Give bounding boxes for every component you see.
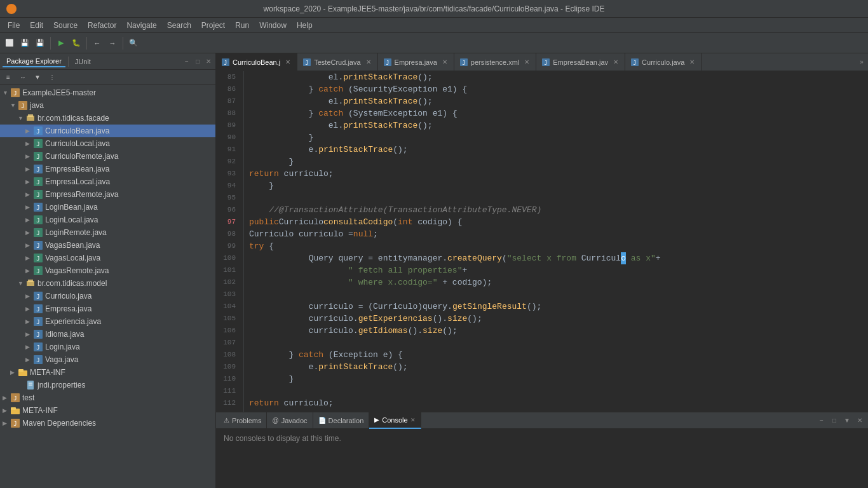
menu-item-refactor[interactable]: Refactor bbox=[83, 20, 121, 31]
interface-icon: J bbox=[33, 227, 43, 238]
toolbar-forward-btn[interactable]: → bbox=[105, 36, 119, 50]
tree-item[interactable]: ▼Jjava bbox=[0, 99, 215, 112]
tab-overflow-btn[interactable]: » bbox=[855, 53, 868, 71]
tree-item[interactable]: ▶META-INF bbox=[0, 404, 215, 417]
tab-close-curriculo-java[interactable]: ✕ bbox=[688, 58, 696, 66]
sidebar-filter-btn[interactable]: ▼ bbox=[31, 71, 44, 85]
toolbar-run-btn[interactable]: ▶ bbox=[54, 36, 68, 50]
tree-item-label: jndi.properties bbox=[37, 381, 85, 390]
toolbar-save-btn[interactable]: 💾 bbox=[18, 36, 32, 50]
code-line: } catch (SecurityException e1) { bbox=[249, 83, 863, 95]
line-number: 90 bbox=[221, 132, 238, 144]
bottom-close-btn[interactable]: ✕ bbox=[854, 415, 865, 426]
tree-item[interactable]: jndi.properties bbox=[0, 379, 215, 391]
tree-item[interactable]: ▼JExampleJEE5-master bbox=[0, 86, 215, 99]
sidebar-menu-btn[interactable]: ⋮ bbox=[45, 71, 59, 85]
tree-item[interactable]: ▶JLoginRemote.java bbox=[0, 226, 215, 239]
console-close-btn[interactable]: ✕ bbox=[410, 417, 416, 423]
tab-close-persistence-xml[interactable]: ✕ bbox=[523, 58, 531, 66]
bottom-menu-btn[interactable]: ▼ bbox=[841, 415, 853, 426]
tree-item-label: Empresa.java bbox=[45, 304, 92, 313]
tab-close-empresa-bean[interactable]: ✕ bbox=[612, 58, 620, 66]
tree-arrow: ▶ bbox=[25, 306, 33, 312]
sidebar-link-editor-btn[interactable]: ↔ bbox=[16, 71, 30, 85]
tree-item[interactable]: ▶JMaven Dependencies bbox=[0, 417, 215, 430]
tree-item[interactable]: ▶JVaga.java bbox=[0, 353, 215, 366]
svg-text:J: J bbox=[36, 306, 39, 313]
bottom-minimize-btn[interactable]: − bbox=[816, 415, 827, 426]
tree-item[interactable]: ▶JEmpresa.java bbox=[0, 302, 215, 315]
line-number: 108 bbox=[221, 349, 238, 361]
sidebar-tab-junit[interactable]: JUnit bbox=[71, 57, 95, 67]
tree-item[interactable]: ▶JEmpresaRemote.java bbox=[0, 188, 215, 201]
editor-tab-curriculo-bean[interactable]: JCurriculoBean.j✕ bbox=[216, 53, 297, 71]
menu-item-window[interactable]: Window bbox=[254, 20, 292, 31]
editor-tab-empresa-bean[interactable]: JEmpresaBean.jav✕ bbox=[536, 53, 625, 71]
bottom-maximize-btn[interactable]: □ bbox=[829, 415, 840, 426]
toolbar-back-btn[interactable]: ← bbox=[90, 36, 104, 50]
tree-item[interactable]: ▶JLoginLocal.java bbox=[0, 214, 215, 226]
tree-item[interactable]: ▼br.com.tidicas.facade bbox=[0, 112, 215, 125]
tree-item[interactable]: ▶JLoginBean.java bbox=[0, 201, 215, 214]
toolbar-search-btn[interactable]: 🔍 bbox=[126, 36, 140, 50]
tree-item[interactable]: ▶JLogin.java bbox=[0, 341, 215, 353]
tree-item[interactable]: ▶JCurriculo.java bbox=[0, 290, 215, 302]
menu-item-run[interactable]: Run bbox=[230, 20, 254, 31]
tree-item[interactable]: ▶Jtest bbox=[0, 391, 215, 404]
editor-tab-curriculo-java[interactable]: JCurriculo.java✕ bbox=[625, 53, 702, 71]
toolbar-debug-btn[interactable]: 🐛 bbox=[69, 36, 83, 50]
tree-item-label: ExampleJEE5-master bbox=[22, 88, 96, 97]
tab-console[interactable]: ▶ Console ✕ bbox=[369, 412, 421, 429]
tree-item[interactable]: ▶JCurriculoLocal.java bbox=[0, 137, 215, 150]
tab-close-empresa-java[interactable]: ✕ bbox=[441, 58, 449, 66]
svg-rect-52 bbox=[11, 407, 16, 410]
sidebar-close-btn[interactable]: ✕ bbox=[204, 57, 213, 66]
menu-item-search[interactable]: Search bbox=[162, 20, 196, 31]
editor-area: JCurriculoBean.j✕JTesteCrud.java✕JEmpres… bbox=[216, 53, 868, 488]
tree-item[interactable]: ▼br.com.tidicas.model bbox=[0, 277, 215, 290]
tree-item[interactable]: ▶JEmpresaLocal.java bbox=[0, 175, 215, 188]
menu-item-file[interactable]: File bbox=[3, 20, 25, 31]
tab-close-teste-crud[interactable]: ✕ bbox=[365, 58, 372, 66]
tree-item[interactable]: ▶JCurriculoRemote.java bbox=[0, 150, 215, 163]
sidebar-minimize-btn[interactable]: − bbox=[182, 57, 191, 66]
code-line: } bbox=[249, 373, 863, 385]
class-icon: J bbox=[33, 355, 43, 365]
tab-problems[interactable]: ⚠ Problems bbox=[219, 412, 267, 429]
editor-tab-teste-crud[interactable]: JTesteCrud.java✕ bbox=[297, 53, 377, 71]
bottom-panel-controls: − □ ▼ ✕ bbox=[816, 415, 865, 426]
toolbar-new-btn[interactable]: ⬜ bbox=[3, 36, 17, 50]
sidebar-maximize-btn[interactable]: □ bbox=[193, 57, 202, 66]
tab-close-curriculo-bean[interactable]: ✕ bbox=[284, 58, 292, 66]
tree-item[interactable]: ▶JExperiencia.java bbox=[0, 315, 215, 328]
tree-item[interactable]: ▶JCurriculoBean.java bbox=[0, 125, 215, 137]
code-line bbox=[249, 288, 863, 301]
menu-item-project[interactable]: Project bbox=[196, 20, 230, 31]
svg-text:J: J bbox=[36, 166, 39, 173]
tree-item[interactable]: ▶JEmpresaBean.java bbox=[0, 163, 215, 175]
tree-item[interactable]: ▶JVagasBean.java bbox=[0, 239, 215, 252]
menu-item-edit[interactable]: Edit bbox=[25, 20, 48, 31]
editor-tab-persistence-xml[interactable]: Jpersistence.xml✕ bbox=[454, 53, 536, 71]
sidebar-tab-package-explorer[interactable]: Package Explorer bbox=[3, 56, 65, 67]
tree-item-label: Idioma.java bbox=[45, 330, 84, 339]
menu-item-source[interactable]: Source bbox=[48, 20, 83, 31]
tree-arrow: ▶ bbox=[25, 331, 33, 337]
tab-javadoc[interactable]: @ Javadoc bbox=[267, 412, 313, 429]
tree-item[interactable]: ▶JVagasLocal.java bbox=[0, 252, 215, 264]
code-line: } bbox=[249, 132, 863, 144]
tab-icon-persistence-xml: J bbox=[459, 58, 468, 67]
tree-item[interactable]: ▶JVagasRemote.java bbox=[0, 264, 215, 277]
menu-item-navigate[interactable]: Navigate bbox=[121, 20, 161, 31]
tab-declaration[interactable]: 📄 Declaration bbox=[313, 412, 370, 429]
tree-item[interactable]: ▶META-INF bbox=[0, 366, 215, 379]
tree-item[interactable]: ▶JIdioma.java bbox=[0, 328, 215, 341]
interface-icon: J bbox=[33, 139, 43, 149]
code-editor[interactable]: 8586878889909192939495969798991001011021… bbox=[216, 71, 868, 412]
class-icon: J bbox=[33, 202, 43, 212]
editor-tab-empresa-java[interactable]: JEmpresa.java✕ bbox=[378, 53, 454, 71]
menu-item-help[interactable]: Help bbox=[292, 20, 318, 31]
code-content[interactable]: el.printStackTrace(); } catch (SecurityE… bbox=[244, 71, 868, 412]
toolbar-save-all-btn[interactable]: 💾 bbox=[33, 36, 47, 50]
sidebar-collapse-all-btn[interactable]: ≡ bbox=[1, 71, 15, 85]
